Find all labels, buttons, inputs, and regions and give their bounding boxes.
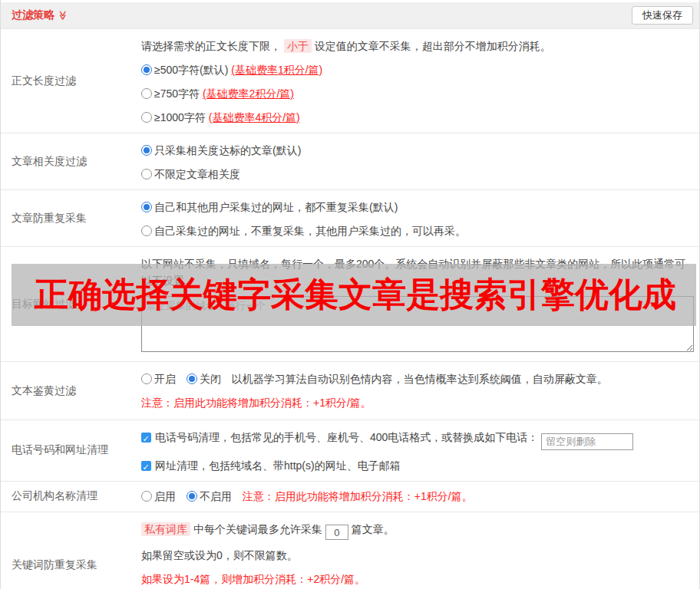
radio-company-on-icon[interactable] [141,491,152,502]
length-option-750[interactable]: ≥750字符 (基础费率2积分/篇) [141,85,693,102]
option-text: 启用 [154,490,176,502]
phone-clean-option[interactable]: 电话号码清理，包括常见的手机号、座机号、400电话格式，或替换成如下电话： [141,429,693,450]
porn-filter-cost-note: 注意：启用此功能将增加积分消耗：+1积分/篇。 [141,394,693,411]
blocked-domains-textarea[interactable] [141,296,694,352]
radio-relevance-strict-selected-icon[interactable] [141,145,152,156]
option-cost-note: (基础费率4积分/篇) [209,111,300,123]
company-clean-option-on[interactable]: 启用 [141,490,176,502]
radio-500-selected-icon[interactable] [141,64,152,75]
option-text: ≥750字符 [154,87,200,100]
option-text: 开启 [154,373,176,385]
row-relevance-filter: 文章相关度过滤 只采集相关度达标的文章(默认) 不限定文章相关度 [1,133,699,189]
target-sites-desc: 以下网站不采集，只填域名，每行一个，最多200个。系统会自动识别并屏蔽那些非文章… [141,255,694,289]
keyword-rule-zero: 如果留空或设为0，则不限篇数。 [141,547,693,564]
length-intro: 请选择需求的正文长度下限， 小于 设定值的文章不采集，超出部分不增加积分消耗。 [141,38,693,54]
row-label: 正文长度过滤 [1,29,141,133]
option-cost-note: (基础费率1积分/篇) [231,64,322,76]
row-keyword-dedupe: 关键词防重复采集 私有词库 中每个关键词最多允许采集 篇文章。 如果留空或设为0… [1,512,699,589]
row-label: 文本鉴黄过滤 [1,362,141,420]
row-label: 电话号码和网址清理 [1,420,141,481]
relevance-option-strict[interactable]: 只采集相关度达标的文章(默认) [141,142,693,159]
option-text: 自己和其他用户采集过的网址，都不重复采集(默认) [154,201,398,213]
section-title-filter-strategy[interactable]: 过滤策略 ≫ [12,8,68,22]
row-company-name-clean: 公司机构名称清理 启用 不启用 注意：启用此功能将增加积分消耗：+1积分/篇。 [1,481,699,512]
option-text: 自己采集过的网址，不重复采集，其他用户采集过的，可以再采。 [154,225,466,237]
radio-porn-on-icon[interactable] [141,373,152,384]
radio-porn-off-selected-icon[interactable] [187,373,197,384]
radio-dedupe-global-selected-icon[interactable] [141,202,152,212]
row-label: 文章相关度过滤 [1,133,141,189]
row-duplicate-collection: 文章防重复采集 自己和其他用户采集过的网址，都不重复采集(默认) 自己采集过的网… [1,189,699,246]
company-clean-cost-note: 注意：启用此功能将增加积分消耗：+1积分/篇。 [243,490,473,502]
row-porn-text-filter: 文本鉴黄过滤 开启 关闭 以机器学习算法自动识别色情内容，当色情概率达到系统阈值… [1,361,699,420]
radio-company-off-selected-icon[interactable] [187,491,197,502]
chevron-down-icon: ≫ [58,11,68,21]
porn-filter-desc: 以机器学习算法自动识别色情内容，当色情概率达到系统阈值，自动屏蔽文章。 [232,373,608,385]
topbar: 过滤策略 ≫ 快速保存 [1,0,699,28]
option-text: 关闭 [200,373,221,385]
option-text: 不限定文章相关度 [154,168,240,180]
option-text: 电话号码清理，包括常见的手机号、座机号、400电话格式，或替换成如下电话： [155,431,538,443]
section-title-text: 过滤策略 [12,8,54,22]
row-target-site-filter: 目标网站过滤 以下网站不采集，只填域名，每行一个，最多200个。系统会自动识别并… [1,246,699,361]
dedupe-option-own[interactable]: 自己采集过的网址，不重复采集，其他用户采集过的，可以再采。 [141,222,693,239]
option-text: ≥1000字符 [154,111,206,123]
row-body-length-filter: 正文长度过滤 请选择需求的正文长度下限， 小于 设定值的文章不采集，超出部分不增… [1,28,699,133]
replacement-phone-input[interactable] [541,433,633,450]
url-clean-option[interactable]: 网址清理，包括纯域名、带http(s)的网址、电子邮箱 [141,457,693,474]
row-label: 目标网站过滤 [1,247,141,361]
row-label: 关键词防重复采集 [1,512,141,589]
checkbox-phone-clean-checked-icon[interactable] [141,433,151,443]
option-text: 只采集相关度达标的文章(默认) [154,144,301,156]
keyword-limit-text: 中每个关键词最多允许采集 [193,523,322,535]
keyword-rule-1-4-cost: 如果设为1-4篇，则增加积分消耗：+2积分/篇。 [141,571,693,587]
row-label: 文章防重复采集 [1,190,141,246]
checkbox-url-clean-checked-icon[interactable] [141,461,151,471]
length-intro-post: 设定值的文章不采集，超出部分不增加积分消耗。 [315,40,551,52]
keyword-limit-suffix: 篇文章。 [352,523,395,535]
length-option-1000[interactable]: ≥1000字符 (基础费率4积分/篇) [141,109,693,126]
quick-save-button[interactable]: 快速保存 [632,6,693,25]
radio-750-icon[interactable] [141,88,152,99]
option-text: 不启用 [200,490,232,502]
length-option-500[interactable]: ≥500字符(默认) (基础费率1积分/篇) [141,61,693,78]
radio-1000-icon[interactable] [141,112,152,123]
private-lexicon-chip: 私有词库 [141,522,190,536]
length-intro-pre: 请选择需求的正文长度下限， [141,40,281,52]
filter-strategy-panel: 过滤策略 ≫ 快速保存 正文长度过滤 请选择需求的正文长度下限， 小于 设定值的… [0,0,700,589]
option-text: ≥500字符(默认) [154,64,228,76]
option-cost-note: (基础费率2积分/篇) [203,87,294,100]
porn-filter-option-on[interactable]: 开启 [141,373,176,385]
dedupe-option-global[interactable]: 自己和其他用户采集过的网址，都不重复采集(默认) [141,199,693,216]
company-clean-option-off[interactable]: 不启用 [187,490,232,502]
porn-filter-option-off[interactable]: 关闭 [187,373,221,385]
keyword-max-articles-input[interactable] [325,525,348,540]
row-phone-url-clean: 电话号码和网址清理 电话号码清理，包括常见的手机号、座机号、400电话格式，或替… [1,420,699,481]
radio-relevance-any-icon[interactable] [141,169,152,179]
option-text: 网址清理，包括纯域名、带http(s)的网址、电子邮箱 [155,459,401,472]
row-label: 公司机构名称清理 [1,482,141,512]
radio-dedupe-own-icon[interactable] [141,225,152,236]
relevance-option-any[interactable]: 不限定文章相关度 [141,166,693,183]
less-than-chip: 小于 [284,39,312,53]
